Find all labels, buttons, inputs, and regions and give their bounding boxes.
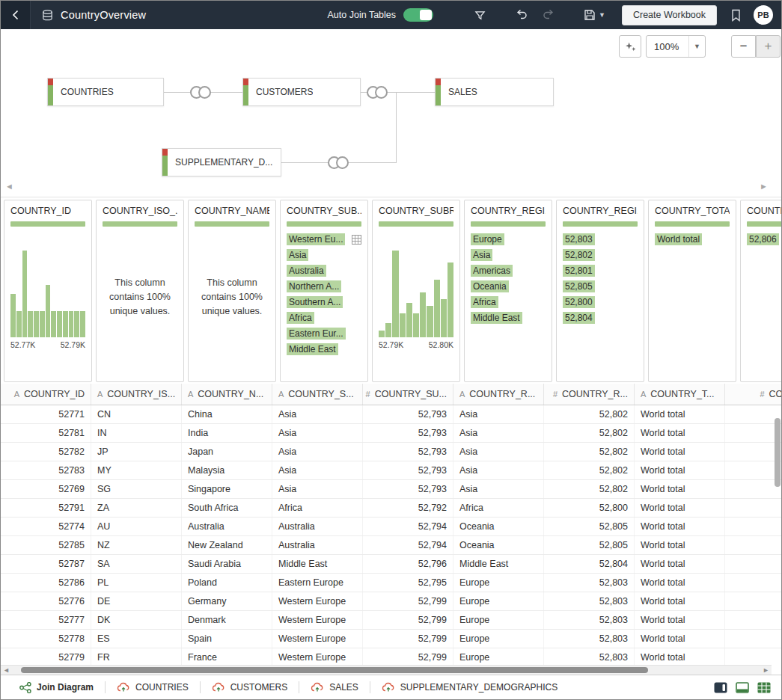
data-panel-toggle-icon[interactable] [714, 682, 727, 693]
quality-card-title: COUNTRY_SUB... [287, 206, 361, 216]
vertical-scrollbar[interactable] [775, 409, 781, 663]
footer-right-icons [714, 682, 774, 693]
save-menu-caret[interactable]: ▼ [599, 11, 605, 19]
quality-card[interactable]: COUNTRY_SUB...Western Eu...AsiaAustralia… [280, 200, 368, 382]
column-header[interactable]: ACOUNTRY_ID [1, 384, 91, 405]
back-button[interactable] [1, 1, 31, 29]
zoom-in-button[interactable]: + [756, 35, 781, 58]
cloud-table-icon [212, 682, 225, 693]
table-row: 52771CNChinaAsia52,793Asia52,802World to… [1, 405, 781, 424]
node-quality-strip [243, 79, 248, 105]
table-cell: Oceania [453, 536, 544, 554]
join-icon[interactable] [367, 86, 388, 99]
table-cell [725, 424, 781, 442]
table-header-row: ACOUNTRY_IDACOUNTRY_IS...ACOUNTRY_N...AC… [1, 384, 781, 405]
auto-arrange-button[interactable] [619, 35, 641, 58]
column-header[interactable]: ACOUNTRY_N... [182, 384, 272, 405]
column-header-label: COUNTRY_SU... [375, 389, 447, 399]
diagram-node-sales[interactable]: SALES [435, 78, 554, 106]
node-quality-strip [436, 79, 441, 105]
quality-value-chip: 52,800 [563, 296, 595, 308]
zoom-select[interactable]: 100% ▼ [646, 35, 706, 58]
create-workbook-button[interactable]: Create Workbook [622, 5, 717, 25]
footer-tab-join-diagram[interactable]: Join Diagram [8, 675, 105, 699]
column-header[interactable]: #COUNTRY_R... [544, 384, 635, 405]
quality-value-list: 52,80352,80252,80152,80552,80052,804 [563, 233, 638, 324]
vscroll-thumb[interactable] [775, 418, 781, 487]
hscroll-right-arrow[interactable]: ► [763, 666, 769, 674]
column-header[interactable]: ACOUNTRY_S... [272, 384, 363, 405]
table-cell: Middle East [453, 555, 544, 573]
histogram-bar [385, 323, 391, 337]
join-icon[interactable] [190, 86, 211, 99]
table-cell: 52774 [1, 518, 91, 535]
column-header[interactable]: ACOUNTRY_T... [635, 384, 725, 405]
grid-view-icon[interactable] [757, 682, 771, 693]
histogram-bar [406, 303, 412, 337]
horizontal-scrollbar[interactable]: ◄ ► [1, 665, 772, 675]
hscroll-thumb[interactable] [21, 667, 648, 673]
redo-icon[interactable] [542, 9, 555, 21]
quality-card[interactable]: COUNTRY_REGI...EuropeAsiaAmericasOceania… [464, 200, 552, 382]
column-type-icon: # [366, 390, 370, 399]
table-cell: 52781 [1, 424, 91, 442]
diagram-node-countries[interactable]: COUNTRIES [47, 78, 164, 106]
diagram-node-supplementary-demographics[interactable]: SUPPLEMENTARY_D... [162, 148, 281, 176]
node-label: CUSTOMERS [256, 87, 313, 97]
undo-icon[interactable] [515, 9, 528, 21]
footer-tab-sales[interactable]: SALES [299, 675, 370, 699]
quality-card[interactable]: COUNTRY_TOTALWorld total [648, 200, 736, 382]
quality-value-chip: Middle East [471, 312, 522, 324]
histogram-bar [46, 285, 51, 337]
quality-card[interactable]: COUNTRY52,806 [740, 200, 781, 382]
zoom-out-button[interactable]: − [731, 35, 756, 58]
table-cell: MY [91, 461, 182, 479]
quality-bar [747, 221, 781, 227]
quality-card[interactable]: COUNTRY_ISO_...This column contains 100%… [96, 200, 184, 382]
node-quality-strip [162, 149, 168, 176]
column-header-label: COUNTRY_IS... [107, 389, 175, 399]
footer-tab-supplementary-demographics[interactable]: SUPPLEMENTARY_DEMOGRAPHICS [370, 675, 569, 699]
footer-tab-label: SALES [329, 682, 358, 693]
quality-value-row: Middle East [471, 312, 546, 324]
column-header[interactable]: #COUNT... [725, 384, 781, 405]
filter-icon[interactable] [474, 9, 486, 22]
footer-tab-label: COUNTRIES [135, 682, 189, 693]
quality-card[interactable]: COUNTRY_SUBR...52.79K52.80K [372, 200, 460, 382]
quality-value-row: 52,802 [563, 249, 638, 261]
quality-value-chip: Southern A... [287, 296, 343, 308]
quality-card[interactable]: COUNTRY_NAMEThis column contains 100% un… [188, 200, 276, 382]
histogram-bar [69, 311, 74, 337]
quality-cards: COUNTRY_ID52.77K52.79KCOUNTRY_ISO_...Thi… [1, 197, 781, 384]
table-cell: 52778 [1, 630, 91, 648]
scroll-left-arrow[interactable]: ◄ [5, 182, 13, 191]
histogram-bar [51, 311, 56, 337]
quality-value-chip: Eastern Eur... [287, 328, 346, 340]
quality-card[interactable]: COUNTRY_ID52.77K52.79K [4, 200, 92, 382]
join-icon[interactable] [328, 156, 349, 169]
table-row: 52781INIndiaAsia52,793Asia52,802World to… [1, 424, 781, 443]
table-cell: World total [635, 630, 725, 648]
bookmark-icon[interactable] [730, 9, 742, 22]
table-cell: 52,802 [544, 443, 635, 461]
footer-tab-customers[interactable]: CUSTOMERS [201, 675, 299, 699]
scroll-right-arrow[interactable]: ► [760, 182, 768, 191]
table-cell: Spain [182, 630, 272, 648]
column-header[interactable]: ACOUNTRY_R... [453, 384, 544, 405]
save-button[interactable]: ▼ [584, 9, 605, 21]
table-cell: Europe [453, 648, 544, 666]
column-header[interactable]: #COUNTRY_SU... [363, 384, 453, 405]
user-avatar[interactable]: PB [754, 5, 773, 25]
diagram-node-customers[interactable]: CUSTOMERS [242, 78, 361, 106]
table-cell: 52,799 [363, 611, 453, 629]
bottom-panel-toggle-icon[interactable] [736, 682, 749, 693]
hscroll-left-arrow[interactable]: ◄ [3, 666, 10, 674]
table-cell: SA [91, 555, 182, 573]
histogram-bar [34, 311, 39, 337]
value-frequency-icon[interactable] [352, 235, 361, 245]
table-cell: 52783 [1, 461, 91, 479]
column-header[interactable]: ACOUNTRY_IS... [91, 384, 182, 405]
quality-card[interactable]: COUNTRY_REGI...52,80352,80252,80152,8055… [556, 200, 644, 382]
footer-tab-countries[interactable]: COUNTRIES [106, 675, 200, 699]
auto-join-toggle[interactable] [403, 8, 433, 22]
